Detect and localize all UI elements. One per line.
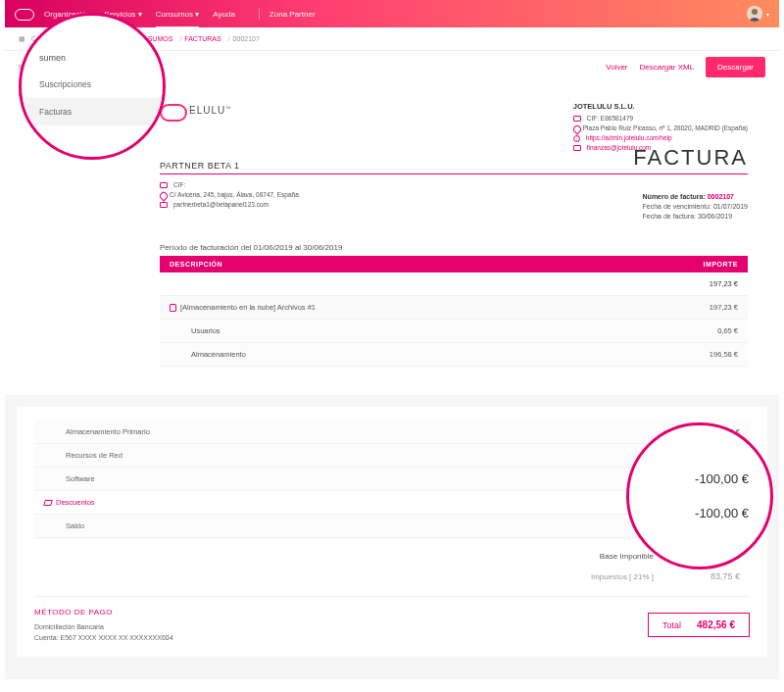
- tag-icon: [43, 500, 53, 506]
- company-name: JOTELULU S.L.U.: [573, 102, 748, 112]
- table-row: 197,23 €: [160, 272, 748, 296]
- document-icon: [170, 304, 176, 312]
- user-avatar[interactable]: [747, 6, 762, 22]
- doc-icon: [160, 182, 168, 188]
- page-actions: Volver Descargar XML Descargar: [606, 57, 765, 77]
- billing-period: Período de facturación del 01/06/2019 al…: [160, 243, 748, 252]
- brand-cloud-icon: [160, 102, 185, 120]
- mail-icon: [160, 202, 168, 208]
- table-row: [Almacenamiento en la nube] Archivos #1 …: [160, 296, 748, 320]
- bottom-screenshot-panel: Almacenamiento Primario 146,24 € Recurso…: [5, 395, 779, 679]
- chevron-down-icon: ▾: [195, 10, 199, 19]
- discount-value: -100,00 €: [695, 471, 749, 486]
- table-row: Almacenamiento Primario 146,24 €: [34, 420, 750, 444]
- discount-value: -100,00 €: [695, 506, 749, 520]
- help-link[interactable]: https://admin.jotelulu.com/help: [586, 133, 672, 143]
- map-pin-icon: [573, 125, 580, 132]
- discount-highlight-bubble: -100,00 € -100,00 €: [626, 422, 773, 569]
- table-header: DESCRIPCIÓN IMPORTE: [160, 256, 748, 272]
- dropdown-item-facturas[interactable]: Facturas: [22, 98, 163, 125]
- total-box: Total 482,56 €: [648, 613, 750, 637]
- company-info: JOTELULU S.L.U. CIF: E86581479 Plaza Pab…: [573, 102, 748, 153]
- partner-name: PARTNER BETA 1: [160, 161, 240, 171]
- doc-icon: [573, 116, 581, 122]
- nav-ayuda[interactable]: Ayuda: [213, 10, 235, 19]
- invoice-meta: Número de factura: 0002107 Fecha de venc…: [643, 192, 748, 222]
- table-row: Almacenamiento 196,58 €: [160, 343, 748, 367]
- base-imponible-row: Base Imponible 398,81 €: [34, 542, 750, 567]
- brand-name: ELULU™: [189, 105, 231, 116]
- nav-separator: [259, 8, 260, 20]
- descargar-button[interactable]: Descargar: [706, 57, 765, 77]
- invoice-card: ELULU™ JOTELULU S.L.U. CIF: E86581479 Pl…: [142, 88, 765, 389]
- payment-method: MÉTODO DE PAGO Domiciliación Bancaria Cu…: [34, 607, 173, 643]
- dropdown-item-suscripciones[interactable]: Suscripciones: [22, 71, 163, 98]
- breadcrumb-part[interactable]: FACTURAS: [184, 35, 220, 42]
- impuestos-row: Impuestos [ 21% ] 83,75 €: [34, 567, 750, 586]
- mail-icon: [573, 145, 581, 151]
- dropdown-highlight-bubble: sumen Suscripciones Facturas: [19, 13, 166, 160]
- globe-icon: [573, 135, 580, 142]
- nav-consumos[interactable]: Consumos ▾: [156, 10, 199, 19]
- chevron-down-icon: ▾: [138, 10, 142, 19]
- dropdown-heading: sumen: [22, 47, 163, 71]
- table-row: Usuarios 0,65 €: [160, 320, 748, 343]
- nav-zona-partner[interactable]: Zona Partner: [270, 10, 316, 19]
- descargar-xml-link[interactable]: Descargar XML: [640, 63, 695, 72]
- col-amount: IMPORTE: [704, 261, 738, 268]
- avatar-chevron-icon[interactable]: ▾: [766, 11, 769, 18]
- logo-cloud-icon: [15, 8, 34, 20]
- col-description: DESCRIPCIÓN: [170, 261, 222, 268]
- map-pin-icon: [160, 192, 167, 199]
- breadcrumb-current: 0002107: [233, 35, 260, 42]
- invoice-footer: MÉTODO DE PAGO Domiciliación Bancaria Cu…: [34, 596, 750, 643]
- totals-block: Base Imponible 398,81 € Impuestos [ 21% …: [34, 542, 750, 586]
- top-screenshot-panel: Organización Servicios ▾ Consumos ▾ Ayud…: [5, 0, 779, 389]
- volver-link[interactable]: Volver: [606, 63, 627, 72]
- svg-point-1: [752, 9, 758, 15]
- email-link[interactable]: finanzas@jotelulu.com: [587, 143, 652, 153]
